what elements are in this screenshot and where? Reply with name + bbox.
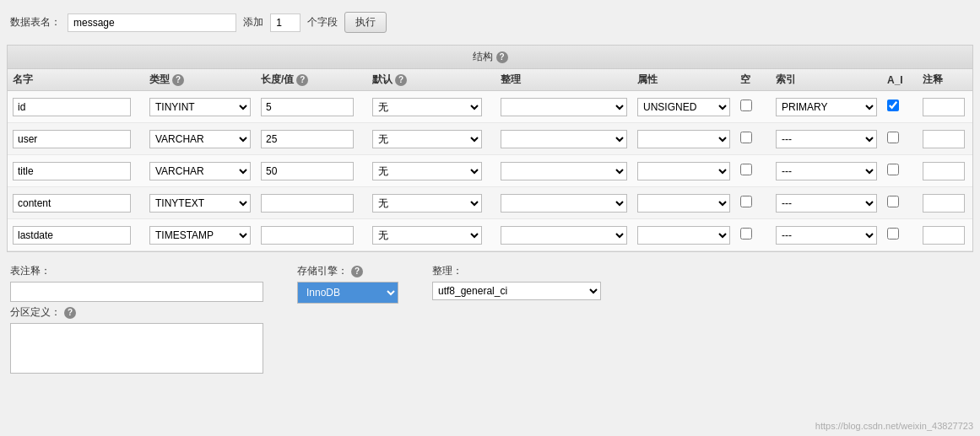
col-header-null: 空 [740, 73, 774, 87]
field-type-content[interactable]: TINYTEXT VARCHAR TINYINT TIMESTAMP [149, 194, 251, 213]
field-null-cell [740, 100, 774, 114]
field-length-user[interactable] [261, 130, 354, 148]
field-name-title[interactable] [13, 162, 131, 180]
field-null-lastdate[interactable] [740, 228, 752, 240]
field-index-cell: PRIMARY --- UNIQUE INDEX [776, 98, 885, 116]
field-comment-user[interactable] [923, 130, 965, 148]
col-header-default: 默认 ? [372, 73, 499, 87]
field-ai-user[interactable] [887, 132, 899, 143]
field-collation-id[interactable] [501, 98, 627, 116]
field-index-cell: --- PRIMARY UNIQUE INDEX [776, 226, 885, 245]
col-header-collation: 整理 [501, 73, 636, 87]
field-name-user[interactable] [13, 130, 131, 148]
partition-help-icon[interactable]: ? [64, 307, 76, 319]
watermark: https://blog.csdn.net/weixin_43827723 [815, 421, 973, 431]
field-index-id[interactable]: PRIMARY --- UNIQUE INDEX [776, 98, 877, 116]
field-comment-cell [923, 194, 973, 213]
col-header-length: 长度/值 ? [261, 73, 371, 87]
storage-engine-select[interactable]: InnoDB MyISAM MEMORY CSV ARCHIVE [297, 282, 398, 304]
field-default-title[interactable]: 无 NULL [372, 162, 482, 180]
field-default-content[interactable]: 无 NULL [372, 194, 482, 213]
field-length-cell [261, 162, 371, 180]
field-collation-lastdate[interactable] [501, 226, 627, 245]
field-index-cell: --- PRIMARY UNIQUE INDEX [776, 194, 885, 213]
field-index-content[interactable]: --- PRIMARY UNIQUE INDEX [776, 194, 877, 213]
field-default-user[interactable]: 无 NULL [372, 130, 482, 148]
field-attr-user[interactable]: UNSIGNED [637, 130, 730, 148]
field-collation-title[interactable] [501, 162, 627, 180]
field-null-id[interactable] [740, 100, 752, 111]
table-row: TINYTEXT VARCHAR TINYINT TIMESTAMP 无 NUL… [8, 187, 972, 219]
field-collation-content[interactable] [501, 194, 627, 213]
field-index-cell: --- PRIMARY UNIQUE INDEX [776, 130, 885, 148]
bottom-section: 表注释： 分区定义： ? 存储引擎： ? InnoDB MyISAM MEMOR… [7, 261, 973, 377]
field-length-id[interactable] [261, 98, 354, 116]
storage-help-icon[interactable]: ? [351, 266, 363, 277]
field-index-title[interactable]: --- PRIMARY UNIQUE INDEX [776, 162, 877, 180]
collation-select[interactable]: utf8_general_ci utf8mb4_general_ci latin… [432, 282, 601, 300]
field-comment-lastdate[interactable] [923, 226, 965, 245]
field-null-cell [740, 132, 774, 146]
field-name-lastdate[interactable] [13, 226, 131, 245]
structure-help-icon[interactable]: ? [496, 51, 508, 63]
field-null-user[interactable] [740, 132, 752, 143]
main-container: 数据表名： 添加 个字段 执行 结构 ? 名字 类型 ? 长度/值 ? 默认 ? [0, 0, 980, 436]
field-type-cell: TIMESTAMP VARCHAR TINYINT TINYTEXT [149, 226, 259, 245]
field-length-cell [261, 226, 371, 245]
partition-textarea[interactable] [10, 323, 263, 374]
field-null-cell [740, 196, 774, 210]
field-default-cell: 无 NULL [372, 130, 499, 148]
field-attr-id[interactable]: UNSIGNED [637, 98, 730, 116]
field-attr-title[interactable]: UNSIGNED [637, 162, 730, 180]
field-type-cell: VARCHAR TINYINT TIMESTAMP TINYTEXT [149, 130, 259, 148]
field-null-content[interactable] [740, 196, 752, 207]
field-label: 个字段 [307, 15, 338, 30]
field-length-lastdate[interactable] [261, 226, 354, 245]
field-null-title[interactable] [740, 164, 752, 175]
field-index-cell: --- PRIMARY UNIQUE INDEX [776, 162, 885, 180]
field-comment-cell [923, 162, 973, 180]
table-name-input[interactable] [68, 13, 236, 32]
field-length-cell [261, 194, 371, 213]
field-length-title[interactable] [261, 162, 354, 180]
field-comment-content[interactable] [923, 194, 965, 213]
partition-label: 分区定义： [10, 305, 61, 320]
field-ai-lastdate[interactable] [887, 228, 899, 240]
field-name-id[interactable] [13, 98, 131, 116]
field-ai-id[interactable] [887, 100, 899, 111]
field-index-user[interactable]: --- PRIMARY UNIQUE INDEX [776, 130, 877, 148]
field-comment-id[interactable] [923, 98, 965, 116]
field-default-lastdate[interactable]: 无 NULL CURRENT_TIMESTAMP [372, 226, 482, 245]
field-comment-title[interactable] [923, 162, 965, 180]
field-comment-cell [923, 226, 973, 245]
field-length-content[interactable] [261, 194, 354, 213]
col-header-ai: A_I [887, 74, 921, 86]
field-ai-content[interactable] [887, 196, 899, 207]
default-help-icon[interactable]: ? [395, 74, 407, 86]
field-attr-cell: UNSIGNED [637, 162, 739, 180]
field-type-lastdate[interactable]: TIMESTAMP VARCHAR TINYINT TINYTEXT [149, 226, 251, 245]
top-bar: 数据表名： 添加 个字段 执行 [7, 7, 973, 38]
field-default-cell: 无 NULL CURRENT_TIMESTAMP [372, 226, 499, 245]
field-index-lastdate[interactable]: --- PRIMARY UNIQUE INDEX [776, 226, 877, 245]
field-attr-cell: UNSIGNED [637, 98, 739, 116]
field-default-cell: 无 NULL [372, 194, 499, 213]
field-name-content[interactable] [13, 194, 131, 213]
field-attr-content[interactable]: UNSIGNED [637, 194, 730, 213]
col-header-index: 索引 [776, 73, 885, 87]
field-type-id[interactable]: TINYINT VARCHAR TIMESTAMP TINYTEXT [149, 98, 251, 116]
collation-section: 整理： utf8_general_ci utf8mb4_general_ci l… [432, 264, 601, 374]
field-type-user[interactable]: VARCHAR TINYINT TIMESTAMP TINYTEXT [149, 130, 251, 148]
execute-button[interactable]: 执行 [344, 12, 387, 33]
add-count-input[interactable] [270, 13, 300, 32]
field-ai-title[interactable] [887, 164, 899, 175]
field-attr-lastdate[interactable]: UNSIGNED [637, 226, 730, 245]
field-type-title[interactable]: VARCHAR TINYINT TIMESTAMP TINYTEXT [149, 162, 251, 180]
structure-title: 结构 [473, 50, 493, 64]
field-collation-user[interactable] [501, 130, 627, 148]
length-help-icon[interactable]: ? [296, 74, 308, 86]
field-default-id[interactable]: 无 NULL CURRENT_TIMESTAMP [372, 98, 482, 116]
type-help-icon[interactable]: ? [172, 74, 184, 86]
field-ai-cell [887, 164, 921, 178]
table-comment-input[interactable] [10, 282, 263, 302]
